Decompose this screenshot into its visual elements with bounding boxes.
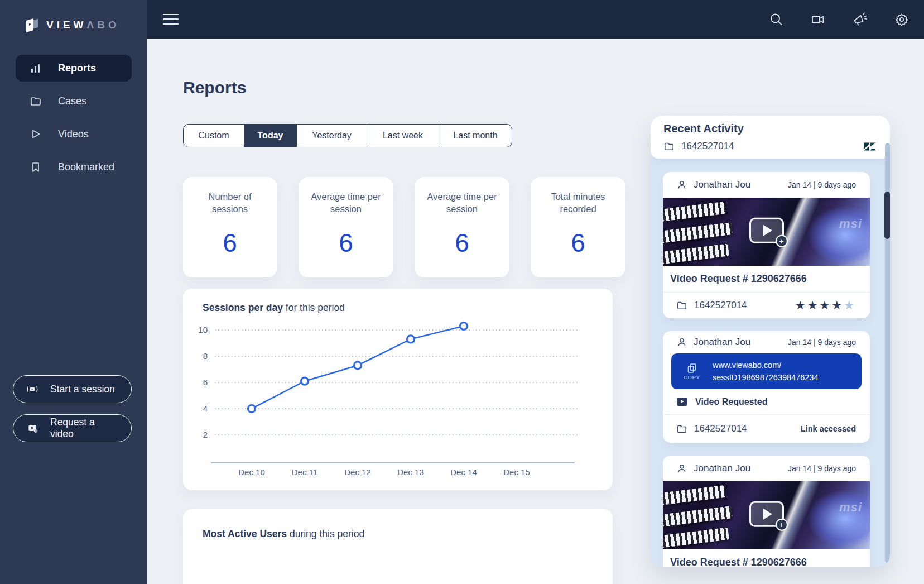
tab-last-week[interactable]: Last week xyxy=(367,125,439,147)
person-icon xyxy=(677,337,687,347)
viewabo-wordmark: VIEWΛBO xyxy=(46,19,120,31)
activity-card-list: Jonathan Jou Jan 14 | 9 days ago msi + V… xyxy=(663,116,870,567)
viewabo-logo[interactable]: VIEWΛBO xyxy=(0,0,147,33)
folder-icon xyxy=(30,95,41,107)
activity-card-video[interactable]: Jonathan Jou Jan 14 | 9 days ago msi + V… xyxy=(663,456,870,567)
video-thumbnail[interactable]: msi + xyxy=(663,198,870,266)
start-session-label: Start a session xyxy=(50,384,115,395)
page-title: Reports xyxy=(183,78,246,97)
sidebar-item-label: Videos xyxy=(58,128,89,140)
play-icon xyxy=(30,128,41,140)
search-icon[interactable] xyxy=(768,12,784,27)
folder-icon xyxy=(677,300,687,310)
bookmark-icon xyxy=(30,161,41,173)
svg-text:Dec 13: Dec 13 xyxy=(397,467,424,477)
tab-yesterday[interactable]: Yesterday xyxy=(297,125,367,147)
activity-scrollbar-thumb[interactable] xyxy=(884,192,890,239)
video-requested-icon xyxy=(677,398,687,406)
svg-text:Dec 11: Dec 11 xyxy=(292,467,317,477)
activity-date: Jan 14 | 9 days ago xyxy=(788,338,856,347)
activity-user: Jonathan Jou xyxy=(694,463,750,474)
stat-card-avg-time-2: Average time per session 6 xyxy=(415,177,509,277)
case-id: 1642527014 xyxy=(681,141,734,152)
settings-icon[interactable] xyxy=(894,12,909,27)
stat-label: Average time per session xyxy=(425,190,499,216)
activity-date: Jan 14 | 9 days ago xyxy=(788,464,856,473)
case-id: 1642527014 xyxy=(694,423,747,434)
rating-stars[interactable]: ★★★★★ xyxy=(795,299,856,312)
video-request-title: Video Request # 1290627666 xyxy=(663,549,870,567)
chart-title: Most Active Users during this period xyxy=(203,528,364,540)
broadcast-icon xyxy=(27,384,38,395)
copy-label: COPY xyxy=(684,375,700,380)
play-video-icon[interactable]: + xyxy=(749,218,784,243)
most-active-users-card: Most Active Users during this period xyxy=(183,509,613,584)
svg-text:8: 8 xyxy=(203,351,208,361)
tab-last-month[interactable]: Last month xyxy=(439,125,512,147)
svg-text:Dec 15: Dec 15 xyxy=(503,467,530,477)
hamburger-menu-icon[interactable] xyxy=(163,11,179,28)
sidebar: VIEWΛBO Reports Cases Videos Bookmarked xyxy=(0,0,147,584)
sidebar-item-cases[interactable]: Cases xyxy=(16,88,132,114)
zendesk-icon xyxy=(863,141,877,152)
recent-activity-header: Recent Activity xyxy=(651,116,890,141)
stat-label: Number of sessions xyxy=(193,190,267,216)
copy-session-link-button[interactable]: COPY www.viewabo.com/ sessID198698726398… xyxy=(671,353,862,389)
sidebar-item-label: Cases xyxy=(58,95,86,107)
video-plus-icon xyxy=(27,423,38,434)
play-video-icon[interactable]: + xyxy=(749,501,784,527)
activity-user: Jonathan Jou xyxy=(694,179,750,190)
session-link-line2: sessID198698726398476234 xyxy=(713,371,818,384)
start-session-button[interactable]: Start a session xyxy=(13,375,132,403)
activity-user: Jonathan Jou xyxy=(694,337,750,348)
top-bar xyxy=(147,0,924,39)
add-icon: + xyxy=(776,519,788,531)
sidebar-item-reports[interactable]: Reports xyxy=(16,55,132,82)
session-link-line1: www.viewabo.com/ xyxy=(713,359,818,371)
stat-card-number-of-sessions: Number of sessions 6 xyxy=(183,177,277,277)
request-video-button[interactable]: Request a video xyxy=(13,414,132,442)
viewabo-logo-icon xyxy=(25,17,40,33)
stat-value: 6 xyxy=(339,228,353,258)
video-thumbnail[interactable]: msi + xyxy=(663,481,870,549)
svg-text:4: 4 xyxy=(203,404,208,413)
stat-value: 6 xyxy=(571,228,585,258)
link-status: Link accessed xyxy=(801,424,856,433)
case-id: 1642527014 xyxy=(694,300,747,311)
svg-text:10: 10 xyxy=(198,325,208,334)
stat-label: Total minutes recorded xyxy=(541,190,615,216)
chart-title: Sessions per day for this period xyxy=(203,302,345,314)
folder-icon xyxy=(677,424,687,434)
request-video-label: Request a video xyxy=(50,417,118,440)
svg-text:Dec 10: Dec 10 xyxy=(238,467,265,477)
activity-card-link[interactable]: Jonathan Jou Jan 14 | 9 days ago COPY ww… xyxy=(663,331,870,443)
svg-text:Dec 14: Dec 14 xyxy=(450,467,477,477)
sidebar-item-videos[interactable]: Videos xyxy=(16,121,132,147)
date-filter-tabs: Custom Today Yesterday Last week Last mo… xyxy=(183,124,512,147)
stat-value: 6 xyxy=(223,228,237,258)
add-icon: + xyxy=(776,235,788,247)
video-request-title: Video Request # 1290627666 xyxy=(663,266,870,292)
thumbnail-watermark: msi xyxy=(839,217,862,231)
stat-card-avg-time-1: Average time per session 6 xyxy=(299,177,393,277)
tab-today[interactable]: Today xyxy=(244,125,297,147)
person-icon xyxy=(677,180,687,190)
activity-card-video[interactable]: Jonathan Jou Jan 14 | 9 days ago msi + V… xyxy=(663,172,870,318)
copy-icon xyxy=(686,362,697,374)
folder-icon xyxy=(664,141,674,151)
stat-value: 6 xyxy=(455,228,469,258)
activity-date: Jan 14 | 9 days ago xyxy=(788,180,856,189)
video-camera-icon[interactable] xyxy=(810,12,826,27)
svg-text:Dec 12: Dec 12 xyxy=(344,467,371,477)
recent-activity-title: Recent Activity xyxy=(663,122,744,135)
svg-text:2: 2 xyxy=(203,430,208,439)
tab-custom[interactable]: Custom xyxy=(184,125,244,147)
sidebar-item-bookmarked[interactable]: Bookmarked xyxy=(16,154,132,180)
sessions-per-day-chart-card: Sessions per day for this period 108642D… xyxy=(183,289,613,490)
stat-label: Average time per session xyxy=(309,190,383,216)
thumbnail-watermark: msi xyxy=(839,500,862,515)
svg-text:6: 6 xyxy=(203,377,208,387)
sidebar-item-label: Reports xyxy=(58,63,96,74)
sessions-line-chart: 108642Dec 10Dec 11Dec 12Dec 13Dec 14Dec … xyxy=(183,289,613,490)
megaphone-icon[interactable] xyxy=(852,12,868,27)
